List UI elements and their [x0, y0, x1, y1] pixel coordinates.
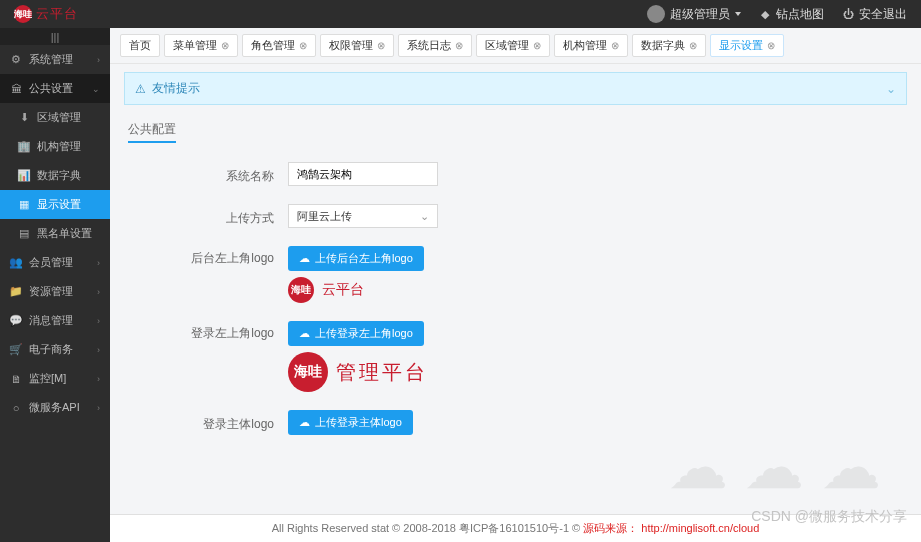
sidebar-collapse-button[interactable]: |||: [0, 28, 110, 45]
sidebar-item-10[interactable]: 🛒电子商务›: [0, 335, 110, 364]
sidebar-label: 区域管理: [37, 110, 81, 125]
tab-1[interactable]: 菜单管理 ⊗: [164, 34, 238, 57]
sidebar-item-12[interactable]: ○微服务API›: [0, 393, 110, 422]
sitemap-label: 钻点地图: [776, 6, 824, 23]
tab-7[interactable]: 数据字典 ⊗: [632, 34, 706, 57]
tab-3[interactable]: 权限管理 ⊗: [320, 34, 394, 57]
sidebar-label: 系统管理: [29, 52, 73, 67]
close-icon[interactable]: ⊗: [299, 40, 307, 51]
tab-label: 首页: [129, 38, 151, 53]
chevron-icon: ⌄: [92, 84, 100, 94]
diamond-icon: ◆: [759, 8, 771, 20]
tab-label: 角色管理: [251, 38, 295, 53]
tab-label: 区域管理: [485, 38, 529, 53]
tab-5[interactable]: 区域管理 ⊗: [476, 34, 550, 57]
tab-label: 显示设置: [719, 38, 763, 53]
sidebar-label: 会员管理: [29, 255, 73, 270]
menu-icon: ⬇: [18, 112, 30, 124]
sidebar-label: 监控[M]: [29, 371, 66, 386]
topbar: 海哇 云平台 超级管理员 ◆ 钻点地图 ⏻ 安全退出: [0, 0, 921, 28]
sys-name-input[interactable]: [288, 162, 438, 186]
sidebar-label: 数据字典: [37, 168, 81, 183]
upload-logo-main-button[interactable]: ☁ 上传登录主体logo: [288, 410, 413, 435]
brand-logo: 海哇 云平台: [14, 5, 78, 23]
sidebar-item-3[interactable]: 🏢机构管理: [0, 132, 110, 161]
upload-mode-select[interactable]: 阿里云上传 ⌄: [288, 204, 438, 228]
tab-label: 系统日志: [407, 38, 451, 53]
close-icon[interactable]: ⊗: [611, 40, 619, 51]
tab-2[interactable]: 角色管理 ⊗: [242, 34, 316, 57]
chevron-icon: ›: [97, 345, 100, 355]
chevron-icon: ›: [97, 403, 100, 413]
sidebar-item-6[interactable]: ▤黑名单设置: [0, 219, 110, 248]
cloud-upload-icon: ☁: [299, 416, 310, 429]
source-link[interactable]: http://minglisoft.cn/cloud: [641, 522, 759, 534]
upload-logo-login-button[interactable]: ☁ 上传登录左上角logo: [288, 321, 424, 346]
tab-label: 机构管理: [563, 38, 607, 53]
sidebar-item-8[interactable]: 📁资源管理›: [0, 277, 110, 306]
close-icon[interactable]: ⊗: [221, 40, 229, 51]
sidebar-item-11[interactable]: 🗎监控[M]›: [0, 364, 110, 393]
menu-icon: 👥: [10, 257, 22, 269]
menu-icon: ○: [10, 402, 22, 414]
tab-label: 权限管理: [329, 38, 373, 53]
sidebar-item-1[interactable]: 🏛公共设置⌄: [0, 74, 110, 103]
section-title: 公共配置: [128, 121, 903, 144]
upload-mode-label: 上传方式: [128, 206, 288, 227]
chevron-icon: ›: [97, 316, 100, 326]
sidebar-label: 资源管理: [29, 284, 73, 299]
close-icon[interactable]: ⊗: [455, 40, 463, 51]
close-icon[interactable]: ⊗: [377, 40, 385, 51]
logo-main-label: 登录主体logo: [128, 412, 288, 433]
sidebar-label: 显示设置: [37, 197, 81, 212]
tab-4[interactable]: 系统日志 ⊗: [398, 34, 472, 57]
menu-icon: 🏢: [18, 141, 30, 153]
footer: All Rights Reserved stat © 2008-2018 粤IC…: [110, 514, 921, 542]
sitemap-link[interactable]: ◆ 钻点地图: [759, 6, 824, 23]
alert-banner: ⚠ 友情提示 ⌄: [124, 72, 907, 105]
tab-8[interactable]: 显示设置 ⊗: [710, 34, 784, 57]
copyright-text: All Rights Reserved stat © 2008-2018 粤IC…: [272, 522, 580, 534]
logo-top-label: 后台左上角logo: [128, 246, 288, 267]
sidebar-item-0[interactable]: ⚙系统管理›: [0, 45, 110, 74]
brand-badge: 海哇: [14, 5, 32, 23]
tab-bar: 首页菜单管理 ⊗角色管理 ⊗权限管理 ⊗系统日志 ⊗区域管理 ⊗机构管理 ⊗数据…: [110, 28, 921, 64]
sidebar-item-2[interactable]: ⬇区域管理: [0, 103, 110, 132]
menu-icon: ⚙: [10, 54, 22, 66]
warning-icon: ⚠: [135, 82, 146, 96]
logo-login-preview: 海哇 管理平台: [288, 352, 903, 392]
preview-badge-icon: 海哇: [288, 277, 314, 303]
config-form: 系统名称 上传方式 阿里云上传 ⌄ 后台左上角logo ☁: [110, 152, 921, 463]
close-icon[interactable]: ⊗: [689, 40, 697, 51]
upload-logo-top-button[interactable]: ☁ 上传后台左上角logo: [288, 246, 424, 271]
menu-icon: ▤: [18, 228, 30, 240]
tab-label: 菜单管理: [173, 38, 217, 53]
close-icon[interactable]: ⊗: [533, 40, 541, 51]
brand-name: 云平台: [36, 5, 78, 23]
cloud-upload-icon: ☁: [299, 252, 310, 265]
user-name: 超级管理员: [670, 6, 730, 23]
sidebar-item-5[interactable]: ▦显示设置: [0, 190, 110, 219]
close-icon[interactable]: ⊗: [767, 40, 775, 51]
chevron-icon: ›: [97, 55, 100, 65]
upload-mode-value: 阿里云上传: [297, 209, 352, 224]
sidebar-item-4[interactable]: 📊数据字典: [0, 161, 110, 190]
chevron-down-icon: ⌄: [420, 210, 429, 223]
alert-collapse-toggle[interactable]: ⌄: [886, 82, 896, 96]
user-menu[interactable]: 超级管理员: [647, 5, 741, 23]
sidebar-label: 黑名单设置: [37, 226, 92, 241]
topbar-right: 超级管理员 ◆ 钻点地图 ⏻ 安全退出: [647, 5, 907, 23]
sidebar-label: 公共设置: [29, 81, 73, 96]
chevron-icon: ›: [97, 258, 100, 268]
tab-0[interactable]: 首页: [120, 34, 160, 57]
logout-label: 安全退出: [859, 6, 907, 23]
logout-link[interactable]: ⏻ 安全退出: [842, 6, 907, 23]
tab-6[interactable]: 机构管理 ⊗: [554, 34, 628, 57]
power-icon: ⏻: [842, 8, 854, 20]
menu-icon: 🛒: [10, 344, 22, 356]
sidebar-item-7[interactable]: 👥会员管理›: [0, 248, 110, 277]
sidebar-label: 消息管理: [29, 313, 73, 328]
menu-icon: ▦: [18, 199, 30, 211]
sidebar-item-9[interactable]: 💬消息管理›: [0, 306, 110, 335]
content-area: 首页菜单管理 ⊗角色管理 ⊗权限管理 ⊗系统日志 ⊗区域管理 ⊗机构管理 ⊗数据…: [110, 28, 921, 542]
